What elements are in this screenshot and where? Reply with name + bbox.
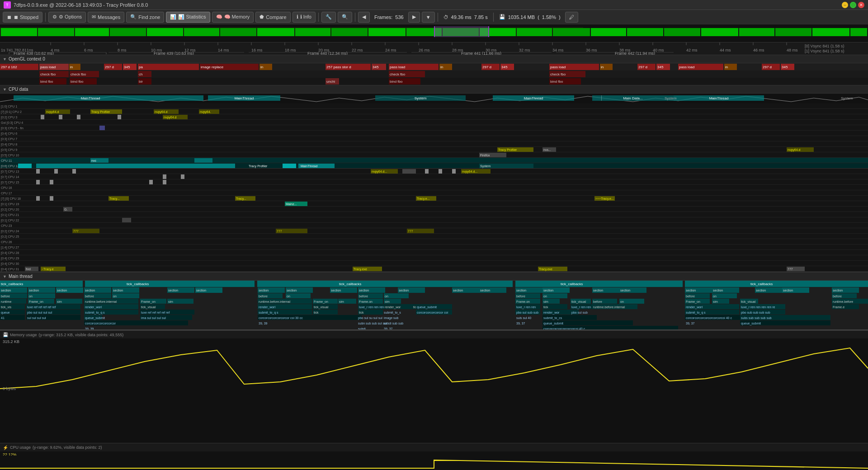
- svg-text:[0:7] CPU 14: [0:7] CPU 14: [1, 175, 19, 179]
- opengl-collapse-arrow[interactable]: ▼: [3, 57, 7, 61]
- svg-text:runtime: runtime: [1, 300, 11, 303]
- main-thread-header[interactable]: ▼ Main thread: [0, 273, 868, 281]
- timeline-ruler: 1s 741,782,811ns 4 ms 6 ms 8 ms 10 ms 12…: [0, 42, 868, 55]
- opengl-label: OpenGL context 0: [9, 56, 45, 61]
- svg-text:section: section: [287, 289, 297, 292]
- svg-text:[0:5] CPU 9: [0:5] CPU 9: [1, 148, 17, 152]
- main-thread-label: Main thread: [9, 274, 33, 279]
- svg-text:~Tracy.e: ~Tracy.e: [42, 268, 54, 271]
- cpu-row-18: [7] [0] CPU 18 Tracy... Tracy... Tracy.e…: [0, 196, 868, 201]
- svg-text:nvpy64.d...: nvpy64.d...: [462, 170, 477, 174]
- svg-text:[0:5] CPU 10: [0:5] CPU 10: [1, 154, 19, 157]
- svg-text:14 ms: 14 ms: [218, 48, 229, 52]
- svg-text:subn sub sub sul sul: subn sub sub sul sul: [358, 322, 387, 325]
- svg-text:tick: tick: [314, 311, 319, 314]
- svg-rect-5: [110, 28, 146, 36]
- svg-text:luxe ref ref ref ref ref: luxe ref ref ref ref ref: [141, 311, 170, 314]
- cpu-row-15: [0:7] CPU 15: [0, 179, 868, 185]
- svg-text:Mainz...: Mainz...: [286, 202, 297, 206]
- svg-text:section: section: [168, 289, 178, 292]
- svg-rect-28: [488, 26, 489, 37]
- svg-text:render_worl: render_worl: [85, 306, 102, 309]
- svg-text:queue_submit: queue_submit: [417, 306, 437, 309]
- svg-text:[0:2] CPU 20: [0:2] CPU 20: [1, 208, 19, 212]
- cpu-row-21: [0:1] CPU 21: [0, 212, 868, 217]
- svg-text:777: 777: [788, 268, 793, 271]
- svg-text:section: section: [453, 289, 463, 292]
- nav-left-button[interactable]: ◀: [358, 12, 370, 23]
- titlebar-title: 7dfps-0.0.9.exe @ 2022-06-18 13:49:03 - …: [14, 2, 148, 8]
- svg-rect-237: [149, 180, 153, 184]
- minimize-button[interactable]: –: [842, 2, 848, 8]
- svg-text:section: section: [259, 289, 269, 292]
- search-button[interactable]: 🔍: [338, 12, 352, 23]
- svg-text:before: before: [259, 295, 268, 298]
- svg-rect-16: [517, 28, 552, 36]
- svg-text:Frame 438 (10.62 ms): Frame 438 (10.62 ms): [14, 51, 54, 55]
- svg-text:tick_callbacks: tick_callbacks: [750, 282, 773, 286]
- nav-down-button[interactable]: ▼: [422, 12, 435, 23]
- svg-text:[1] Vsync 841 (1.58 s): [1] Vsync 841 (1.58 s): [805, 49, 844, 53]
- svg-rect-6: [147, 28, 183, 36]
- svg-text:[0:2] CPU 3: [0:2] CPU 3: [1, 116, 17, 119]
- memory-graph-area: 0 bytes: [0, 346, 868, 443]
- info-button[interactable]: ℹ ℹ Info: [292, 12, 316, 23]
- svg-rect-214: [283, 164, 296, 168]
- svg-text:bir: bir: [139, 80, 143, 84]
- svg-text:sim: sim: [57, 300, 62, 303]
- svg-text:on: on: [620, 300, 624, 303]
- messages-button[interactable]: ✉ Messages: [88, 12, 124, 23]
- svg-text:nvs...: nvs...: [543, 148, 551, 151]
- compare-button[interactable]: ⬟ Compare: [255, 12, 290, 23]
- options-icon: ⚙: [52, 14, 57, 20]
- svg-text:section: section: [399, 289, 409, 292]
- main-thread-collapse-arrow[interactable]: ▼: [3, 274, 7, 279]
- find-zone-button[interactable]: 🔍 Find zone: [126, 12, 164, 23]
- svg-rect-4: [75, 28, 109, 36]
- maximize-button[interactable]: □: [850, 2, 856, 8]
- svg-text:Firefox: Firefox: [480, 154, 490, 157]
- stopped-button[interactable]: ⏹ ⏹ Stopped: [3, 12, 42, 23]
- svg-text:nvc: nvc: [91, 159, 96, 162]
- statistics-button[interactable]: 📊 📊 Statistics: [166, 12, 210, 23]
- svg-text:Gol [0:3] CPU 4: Gol [0:3] CPU 4: [1, 121, 23, 125]
- svg-text:System: System: [480, 164, 491, 168]
- svg-text:section: section: [331, 289, 341, 292]
- svg-text:pbo sul sub sub: pbo sul sub sub: [516, 311, 538, 315]
- svg-text:check fbo: check fbo: [71, 72, 86, 76]
- svg-text:on: on: [29, 295, 33, 298]
- svg-text:bind fbo: bind fbo: [71, 80, 84, 84]
- cpu-header[interactable]: ▼ CPU data: [0, 85, 868, 94]
- tools-button[interactable]: 🔧: [321, 12, 336, 23]
- svg-text:[0:1] CPU 22: [0:1] CPU 22: [1, 219, 19, 222]
- svg-text:runtime.before.internal: runtime.before.internal: [259, 300, 290, 303]
- svg-text:MainThread: MainThread: [235, 96, 254, 100]
- memory-info: 💾 1035.14 MB ( 1.58% ): [496, 14, 563, 20]
- memory-button[interactable]: 🧠 🧠 Memory: [212, 12, 254, 23]
- svg-rect-25: [850, 28, 867, 36]
- svg-text:section: section: [113, 289, 123, 292]
- compare-icon: ⬟: [259, 14, 264, 20]
- opengl-header[interactable]: ▼ OpenGL context 0: [0, 55, 868, 63]
- svg-text:Tracy...: Tracy...: [236, 197, 246, 201]
- svg-rect-211: [18, 164, 32, 168]
- cpu-collapse-arrow[interactable]: ▼: [3, 87, 7, 92]
- svg-rect-20: [664, 28, 700, 36]
- nav-right-button[interactable]: ▶: [408, 12, 420, 23]
- titlebar-left: T 7dfps-0.0.9.exe @ 2022-06-18 13:49:03 …: [4, 1, 148, 9]
- svg-text:tick_callbacks: tick_callbacks: [339, 282, 361, 286]
- titlebar-controls[interactable]: – □ ✕: [842, 2, 864, 8]
- options-button[interactable]: ⚙ ⚙ Options: [48, 12, 86, 23]
- svg-text:777: 777: [408, 230, 413, 233]
- svg-text:corcorcorcorcorcorcorcoi 40 c: corcorcorcorcorcorcorcoi 40 c: [543, 327, 585, 330]
- toolbar-separator-1: [45, 13, 46, 22]
- svg-text:queue_submit: queue_submit: [85, 316, 105, 320]
- highlight-button[interactable]: 🖊: [565, 12, 578, 23]
- svg-rect-7: [184, 28, 219, 36]
- close-button[interactable]: ✕: [858, 2, 864, 8]
- frame-overview-bar[interactable]: // This will be rendered by the inline S…: [0, 24, 868, 42]
- svg-text:check fbo: check fbo: [550, 72, 566, 76]
- find-zone-icon: 🔍: [130, 14, 137, 20]
- memory-graph-header: 💾 Memory usage (y-range: 315.2 KB, visib…: [0, 330, 868, 338]
- svg-text:submit_to_q s: submit_to_q s: [259, 311, 278, 315]
